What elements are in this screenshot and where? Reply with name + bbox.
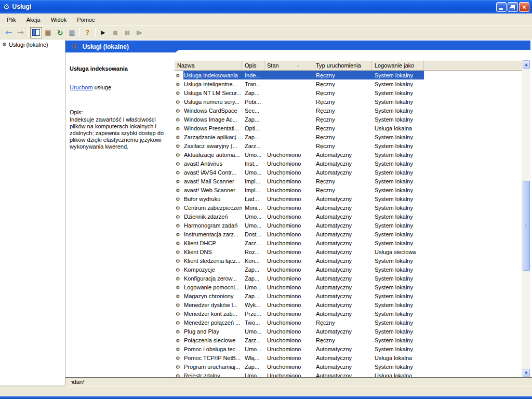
column-header-2[interactable]: Stan▵ [264,60,313,71]
cell-text: Usługa indeksowania [184,72,238,78]
table-row[interactable]: ⚙Klient DHCPZarz...UruchomionoAutomatycz… [175,238,522,247]
column-header-3[interactable]: Typ uruchomienia [313,60,372,71]
cell-text: Automatyczny [316,152,352,158]
pause-service-button[interactable]: ▮▮ [121,27,133,38]
table-row[interactable]: ⚙Rejestr zdalnyUmo...UruchomionoAutomaty… [175,371,522,377]
cell-opis: Zap... [242,267,264,273]
table-row[interactable]: ⚙Pomoc TCP/IP NetB...Włą...UruchomionoAu… [175,353,522,362]
cell-text: System lokalny [375,143,413,149]
close-button[interactable]: × [519,2,529,12]
table-row[interactable]: ⚙Menedżer połączeń ...Two...UruchomionoR… [175,318,522,327]
properties-button[interactable]: ▤ [42,27,54,38]
menu-bar: PlikAkcjaWidokPomoc [0,14,532,26]
cell-text: Automatyczny [316,302,352,308]
cell-text: Rejestr zdalny [184,373,220,378]
service-gear-icon: ⚙ [176,329,180,335]
service-gear-icon: ⚙ [176,312,180,317]
cell-text: Zap... [245,275,259,282]
cell-text: System lokalny [375,346,413,352]
scrollbar-thumb[interactable] [523,181,530,271]
show-hide-console-tree-button[interactable] [30,27,42,38]
table-row[interactable]: ⚙KompozycjeZap...UruchomionoAutomatyczny… [175,265,522,274]
table-row[interactable]: ⚙avast! Mail ScannerImpl...UruchomionoRę… [175,177,522,185]
table-row[interactable]: ⚙Windows CardSpaceSec...RęcznySystem lok… [175,106,522,115]
cell-log: System lokalny [372,108,424,114]
cell-typ: Automatyczny [313,169,372,176]
table-row[interactable]: ⚙Menedżer dysków l...Wyk...UruchomionoAu… [175,300,522,309]
cell-text: Ręczny [316,72,335,78]
column-header-1[interactable]: Opis [242,60,264,71]
start-service-link[interactable]: Uruchom [70,84,93,90]
minimize-button[interactable] [496,2,507,12]
stop-service-button[interactable]: ■ [109,27,121,38]
export-list-button[interactable]: ▥ [66,27,78,38]
cell-text: System lokalny [375,187,413,193]
table-row[interactable]: ⚙Konfiguracja zerow...Zap...UruchomionoA… [175,274,522,283]
table-row[interactable]: ⚙Menedżer kont zab...Prze...UruchomionoA… [175,309,522,318]
column-header-0[interactable]: Nazwa [175,60,242,71]
restore-button[interactable] [508,2,518,12]
cell-text: Two... [245,320,260,326]
cell-text: Zap... [245,134,259,140]
cell-text: Uruchomiono [267,346,301,352]
table-row[interactable]: ⚙Bufor wydrukuŁad...UruchomionoAutomatyc… [175,194,522,203]
cell-text: Umo... [245,328,261,335]
table-row[interactable]: ⚙avast! iAVS4 Contr...Umo...UruchomionoA… [175,168,522,177]
tree-item-services-local[interactable]: ⚙ Usługi (lokalne) [0,39,65,49]
table-row[interactable]: ⚙Pomoc i obsługa tec...Umo...Uruchomiono… [175,344,522,353]
cell-text: Umo... [245,152,261,158]
cell-name: ⚙Konfiguracja zerow... [175,275,242,282]
cell-text: Konfiguracja zerow... [184,275,237,282]
cell-log: Usługa sieciowa [372,249,424,255]
start-service-button[interactable]: ▶ [97,27,109,38]
scroll-up-button[interactable]: ▲ [523,60,530,69]
menu-item-pomoc[interactable]: Pomoc [72,15,100,25]
cell-log: System lokalny [372,161,424,167]
table-row[interactable]: ⚙Usługa NT LM Secur...Zap...RęcznySystem… [175,88,522,97]
table-row[interactable]: ⚙Usługa numeru sery...Pobi...RęcznySyste… [175,97,522,106]
table-row[interactable]: ⚙Windows Image Ac...Zap...RęcznySystem l… [175,115,522,124]
table-row[interactable]: ⚙Dziennik zdarzeńUmo...UruchomionoAutoma… [175,212,522,221]
vertical-scrollbar[interactable]: ▲ ▼ [522,60,530,377]
menu-item-plik[interactable]: Plik [2,15,21,25]
table-row[interactable]: ⚙Zasilacz awaryjny (...Zarz...RęcznySyst… [175,141,522,150]
column-header-4[interactable]: Logowanie jako [372,60,424,71]
back-button[interactable]: ← [3,27,15,38]
table-row[interactable]: ⚙Zarządzanie aplikacj...Zap...RęcznySyst… [175,132,522,141]
status-bar [0,387,532,396]
cell-text: Bufor wydruku [184,196,220,202]
menu-item-widok[interactable]: Widok [46,15,72,25]
table-row[interactable]: ⚙Harmonogram zadańUmo...UruchomionoAutom… [175,221,522,230]
table-row[interactable]: ⚙Plug and PlayUmo...UruchomionoAutomatyc… [175,327,522,336]
forward-button[interactable]: → [15,27,26,38]
table-row[interactable]: ⚙Instrumentacja zarz...Dost...Uruchomion… [175,230,522,238]
table-row[interactable]: ⚙Logowanie pomocni...Umo...UruchomionoAu… [175,283,522,291]
table-row[interactable]: ⚙Centrum zabezpieczeńMoni...UruchomionoA… [175,203,522,212]
table-row[interactable]: ⚙Usługa indeksowaniaInde...RęcznySystem … [175,71,522,79]
scroll-down-button[interactable]: ▼ [523,369,530,377]
table-row[interactable]: ⚙Usługa inteligentne...Tran...RęcznySyst… [175,79,522,88]
service-gear-icon: ⚙ [176,241,180,246]
cell-text: Centrum zabezpieczeń [184,205,242,211]
table-row[interactable]: ⚙avast! AntivirusInst...UruchomionoAutom… [175,159,522,168]
cell-typ: Ręczny [313,143,372,149]
table-row[interactable]: ⚙Klient śledzenia łącz...Kon...Uruchomio… [175,256,522,265]
service-gear-icon: ⚙ [176,73,180,78]
restart-service-button[interactable]: ▮▶ [133,27,145,38]
refresh-button[interactable]: ↻ [54,27,66,38]
table-row[interactable]: ⚙Klient DNSRoz...UruchomionoAutomatyczny… [175,247,522,256]
cell-name: ⚙Windows CardSpace [175,108,242,114]
table-row[interactable]: ⚙Program uruchamiaj...Zap...UruchomionoA… [175,362,522,371]
status-separator [352,389,352,395]
table-row[interactable]: ⚙Magazyn chronionyZap...UruchomionoAutom… [175,291,522,300]
table-row[interactable]: ⚙Windows Presentati...Opti...RęcznyUsług… [175,124,522,132]
table-row[interactable]: ⚙Połączenia siecioweZarz...UruchomionoRę… [175,336,522,344]
title-bar[interactable]: ⚙ Usługi × [0,0,532,14]
cell-typ: Ręczny [313,125,372,131]
help-button[interactable]: ? [82,27,94,38]
forward-icon: → [17,28,24,37]
menu-item-akcja[interactable]: Akcja [21,15,46,25]
table-row[interactable]: ⚙Aktualizacje automa...Umo...Uruchomiono… [175,150,522,159]
table-row[interactable]: ⚙avast! Web ScannerImpl...UruchomionoRęc… [175,185,522,194]
cell-text: Umo... [245,214,261,220]
